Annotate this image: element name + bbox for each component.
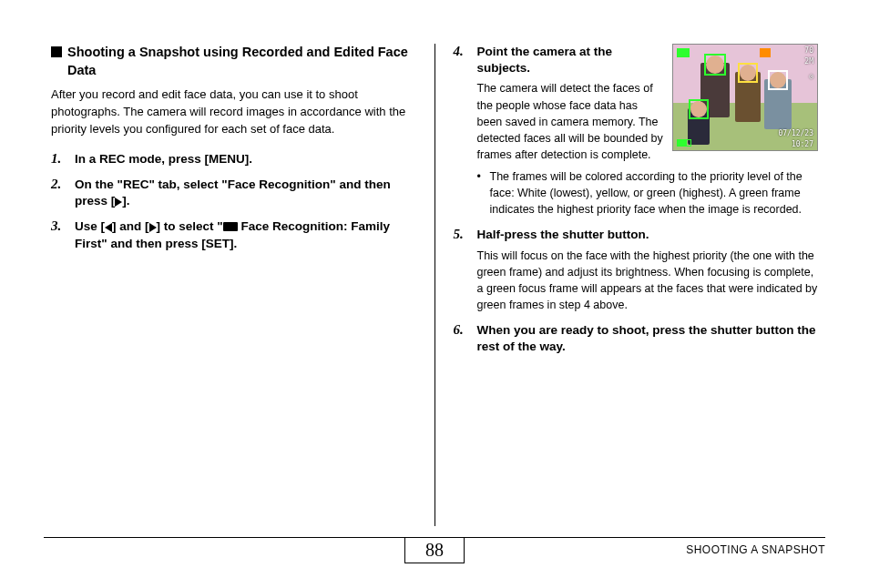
intro-paragraph: After you record and edit face data, you…: [51, 86, 416, 138]
step-title: Half-press the shutter button.: [477, 227, 819, 243]
face-frame-yellow: [738, 63, 758, 83]
camera-display-thumbnail: 70 2M ◎ 07/12/23 10:27: [672, 44, 818, 151]
step-description: The camera will detect the faces of the …: [477, 80, 664, 163]
step-number: 4.: [454, 44, 470, 218]
note-text: The frames will be colored according to …: [490, 168, 819, 218]
osd-battery-icon: [677, 139, 691, 147]
step-note: • The frames will be colored according t…: [477, 168, 819, 218]
step-title: In a REC mode, press [MENU].: [75, 151, 416, 167]
step-number: 2.: [51, 177, 67, 209]
step-4: 4. Point the camera at the subjects. The…: [454, 44, 819, 218]
osd-mode: 2M: [804, 57, 813, 66]
heading-text: Shooting a Snapshot using Recorded and E…: [67, 44, 416, 79]
rec-mode-icon: [223, 222, 238, 231]
step-text: ] and [: [112, 219, 149, 233]
step-text: Use [: [75, 219, 105, 233]
step-1: 1. In a REC mode, press [MENU].: [51, 151, 416, 167]
face-frame-green: [689, 99, 709, 119]
step-text: ].: [122, 194, 129, 208]
osd-rec-icon: [677, 48, 690, 57]
osd-count: 70: [804, 46, 813, 55]
step-number: 5.: [454, 227, 470, 313]
step-number: 3.: [51, 218, 67, 251]
osd-time: 10:27: [792, 140, 813, 148]
step-2: 2. On the "REC" tab, select "Face Recogn…: [51, 177, 416, 209]
step-title: On the "REC" tab, select "Face Recogniti…: [75, 177, 416, 209]
step-6: 6. When you are ready to shoot, press th…: [454, 322, 819, 355]
page-footer: 88 SHOOTING A SNAPSHOT: [44, 537, 825, 572]
step-title: Use [] and [] to select " Face Recogniti…: [75, 218, 416, 251]
step-5: 5. Half-press the shutter button. This w…: [454, 227, 819, 313]
section-heading: Shooting a Snapshot using Recorded and E…: [51, 44, 416, 79]
left-column: Shooting a Snapshot using Recorded and E…: [44, 44, 435, 526]
osd-date: 07/12/23: [778, 129, 813, 137]
page-body: Shooting a Snapshot using Recorded and E…: [44, 44, 825, 526]
step-3: 3. Use [] and [] to select " Face Recogn…: [51, 218, 416, 251]
footer-section-title: SHOOTING A SNAPSHOT: [686, 543, 825, 556]
step-text: ] to select ": [157, 219, 223, 233]
left-arrow-icon: [105, 223, 112, 232]
face-frame-green: [704, 54, 726, 76]
step-description: This will focus on the face with the hig…: [477, 248, 819, 314]
right-column: 4. Point the camera at the subjects. The…: [435, 44, 826, 526]
osd-mode-icon: [760, 48, 771, 57]
right-arrow-icon: [149, 223, 157, 232]
step-number: 6.: [454, 322, 470, 355]
step-title: Point the camera at the subjects.: [477, 44, 664, 76]
page-number: 88: [404, 537, 465, 563]
osd-camera-icon: ◎: [809, 72, 813, 80]
step-title: When you are ready to shoot, press the s…: [477, 322, 819, 355]
bullet-icon: •: [477, 168, 483, 218]
face-frame-white: [768, 70, 788, 90]
square-bullet-icon: [51, 46, 62, 57]
step-number: 1.: [51, 151, 67, 167]
